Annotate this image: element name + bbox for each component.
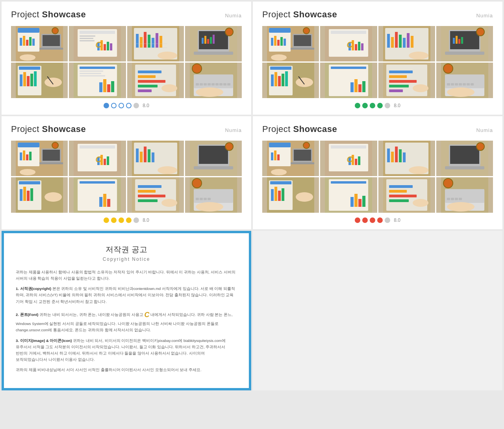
card-2-rating: 8.0 [262,103,493,108]
svg-rect-60 [80,71,103,72]
rating-dot [104,217,109,223]
svg-rect-127 [456,36,458,44]
svg-point-256 [409,166,428,174]
photo-cell [185,141,242,176]
svg-rect-212 [103,194,106,207]
svg-point-166 [443,64,453,73]
svg-rect-92 [271,38,273,46]
photo-cell [127,141,184,176]
card-2-title: Project Showcase [262,9,337,20]
rating-dot [355,217,360,223]
svg-rect-238 [291,162,314,164]
svg-rect-289 [455,198,458,200]
svg-rect-115 [395,32,398,48]
svg-point-88 [192,64,202,73]
svg-point-12 [20,54,35,61]
svg-rect-225 [200,198,203,200]
svg-point-125 [476,28,484,36]
photo-cell [262,141,319,176]
rating-dot [104,103,109,108]
svg-rect-275 [358,199,361,207]
svg-text:C: C [346,40,353,50]
copyright-title-en: Copyright Notice [16,256,237,262]
photo-cell [262,26,319,61]
svg-rect-33 [159,36,162,48]
svg-point-199 [225,143,233,150]
svg-rect-72 [138,85,158,87]
svg-rect-234 [274,150,276,160]
svg-rect-52 [27,76,30,86]
section-num-1: 1. 서적권(copyright) [16,286,51,291]
svg-rect-9 [43,35,60,46]
svg-rect-64 [103,79,106,92]
svg-rect-10 [39,48,63,50]
svg-rect-133 [271,74,274,86]
section-num-3: 3. 이미지(Image) & 아이콘(Icon) [16,338,72,343]
svg-rect-203 [20,189,22,201]
photo-cell [378,177,435,213]
rating-dot [362,217,368,223]
rating-score: 8.0 [143,217,149,223]
svg-rect-143 [350,82,354,92]
svg-rect-30 [148,35,150,48]
svg-rect-27 [136,34,139,48]
svg-rect-253 [395,147,398,162]
svg-rect-145 [358,84,361,92]
rating-dot [385,217,390,223]
svg-rect-254 [399,149,402,162]
svg-rect-172 [26,154,28,160]
svg-rect-42 [202,38,204,44]
card-4-rating: 8.0 [262,217,493,223]
svg-rect-86 [227,83,230,85]
svg-rect-282 [389,199,409,202]
svg-rect-22 [107,42,109,50]
svg-rect-288 [451,198,454,200]
rating-dot [377,217,383,223]
rating-dot [126,217,132,223]
svg-rect-281 [389,195,417,197]
svg-rect-4 [23,36,25,46]
svg-rect-93 [274,36,276,46]
svg-rect-197 [199,146,228,164]
photo-cell [262,63,319,98]
svg-rect-107 [355,44,357,50]
svg-rect-198 [194,166,233,169]
svg-text:C: C [95,154,102,164]
card-4-brand: Numia [476,127,493,133]
svg-rect-7 [32,39,35,46]
photo-cell [378,63,435,98]
photo-cell [378,26,435,61]
svg-rect-136 [282,74,284,86]
svg-rect-211 [99,197,102,207]
svg-rect-137 [285,71,288,86]
svg-rect-104 [331,31,366,34]
svg-rect-159 [451,83,454,85]
card-1-rating: 8.0 [11,103,242,108]
svg-point-177 [52,142,58,149]
svg-rect-117 [403,38,406,48]
svg-rect-163 [467,83,470,85]
card-2-header: Project Showcase Numia [262,9,493,20]
svg-rect-118 [407,33,410,48]
rating-dot [133,103,139,108]
svg-rect-224 [196,198,199,200]
svg-rect-116 [399,35,402,48]
bottom-right-empty [253,231,502,390]
svg-rect-73 [138,89,152,92]
svg-rect-149 [389,71,413,73]
main-grid: Project Showcase Numia [0,0,504,392]
svg-rect-171 [23,150,25,160]
svg-rect-175 [43,150,60,161]
rating-dot [111,103,117,108]
svg-rect-96 [284,39,286,46]
svg-rect-61 [80,73,101,74]
photo-cell [436,177,493,213]
svg-rect-152 [389,85,409,87]
svg-point-154 [413,84,428,92]
svg-rect-272 [331,181,366,184]
svg-rect-206 [30,188,33,201]
card-4-header: Project Showcase Numia [262,124,493,134]
svg-rect-189 [136,149,139,162]
svg-rect-268 [282,188,284,201]
svg-rect-213 [107,199,110,207]
